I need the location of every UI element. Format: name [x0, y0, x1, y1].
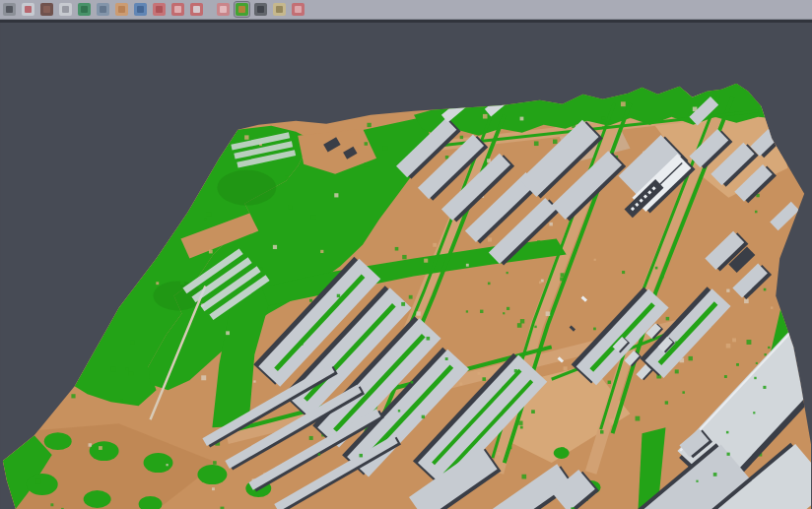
classification-icon[interactable] — [235, 2, 249, 17]
viewport-3d[interactable] — [0, 23, 812, 509]
slice-icon[interactable] — [291, 2, 305, 17]
point-picking-icon[interactable] — [21, 2, 35, 17]
clip-grid-icon[interactable] — [216, 2, 231, 17]
binoculars-icon[interactable] — [253, 2, 268, 17]
main-toolbar — [0, 0, 812, 20]
bounding-box-icon[interactable] — [189, 2, 204, 17]
terrain-model-icon[interactable] — [39, 2, 54, 17]
point-cloud-scene[interactable] — [0, 23, 812, 509]
globe-3d-icon[interactable] — [133, 2, 148, 17]
profile-view-icon[interactable] — [96, 2, 110, 17]
point-cloud-icon[interactable] — [58, 2, 73, 17]
select-tool-icon[interactable] — [2, 2, 17, 17]
circle-select-icon[interactable] — [170, 2, 185, 17]
layer-stack-icon[interactable] — [152, 2, 167, 17]
surface-terrain-icon[interactable] — [77, 2, 92, 17]
app-window — [0, 0, 812, 509]
measure-icon[interactable] — [272, 2, 287, 17]
ortho-image-icon[interactable] — [114, 2, 129, 17]
